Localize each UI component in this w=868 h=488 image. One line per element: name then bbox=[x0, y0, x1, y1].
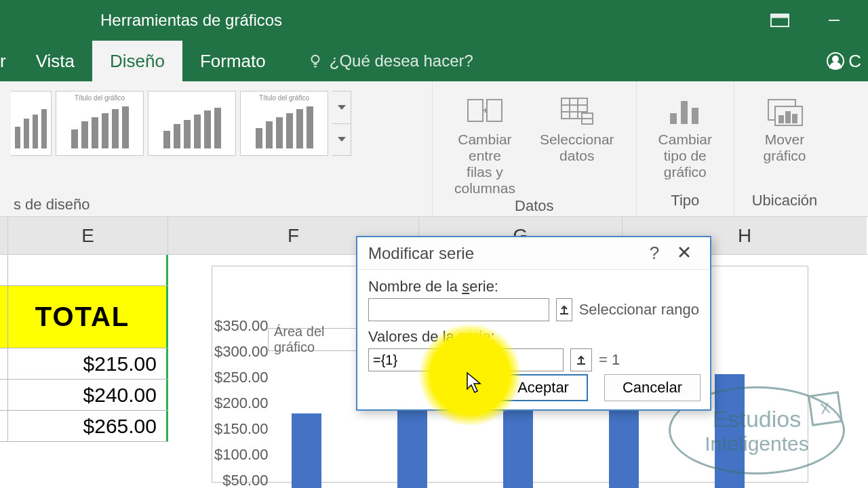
titlebar-context: Herramientas de gráficos bbox=[100, 11, 282, 30]
svg-rect-5 bbox=[487, 100, 502, 121]
user-icon bbox=[827, 52, 844, 70]
chevron-down-icon bbox=[338, 137, 346, 142]
ribbon: Título del gráfico Título del gráfico s … bbox=[0, 81, 868, 217]
cell-total-header[interactable]: TOTAL bbox=[8, 286, 168, 348]
tell-me-box[interactable]: ¿Qué desea hacer? bbox=[283, 41, 473, 81]
move-chart-icon bbox=[766, 95, 804, 127]
group-label-type: Tipo bbox=[671, 192, 699, 212]
switch-rowcol-icon bbox=[466, 95, 504, 127]
select-data-button[interactable]: Seleccionar datos bbox=[528, 87, 627, 197]
tab-formato[interactable]: Formato bbox=[182, 41, 283, 81]
tab-partial-left[interactable]: r bbox=[0, 41, 18, 81]
group-label-location: Ubicación bbox=[752, 192, 818, 212]
minimize-icon[interactable] bbox=[821, 10, 848, 30]
ok-button[interactable]: Aceptar bbox=[498, 374, 588, 401]
table-row: $265.00 bbox=[0, 411, 168, 442]
ribbon-group-data: Cambiar entre filas y columnas Seleccion… bbox=[433, 81, 637, 216]
watermark-badge: X bbox=[808, 391, 843, 426]
series-values-input[interactable] bbox=[368, 348, 564, 371]
change-chart-type-button[interactable]: Cambiar tipo de gráfico bbox=[646, 87, 724, 180]
group-label-data: Datos bbox=[515, 197, 553, 218]
ribbon-tabs: r Vista Diseño Formato ¿Qué desea hacer?… bbox=[0, 41, 868, 81]
table-row bbox=[0, 255, 168, 286]
chart-bar[interactable] bbox=[292, 413, 321, 488]
cell[interactable] bbox=[8, 255, 168, 285]
share-partial: C bbox=[848, 51, 861, 72]
svg-rect-19 bbox=[577, 363, 585, 365]
svg-rect-13 bbox=[779, 116, 783, 123]
svg-rect-15 bbox=[793, 115, 797, 123]
group-label-styles: s de diseño bbox=[11, 196, 90, 216]
table-row: TOTAL bbox=[0, 286, 168, 348]
svg-rect-14 bbox=[786, 112, 790, 123]
table-row: $240.00 bbox=[0, 380, 168, 411]
series-name-input[interactable] bbox=[368, 298, 549, 321]
collapse-dialog-icon bbox=[576, 354, 587, 365]
svg-rect-4 bbox=[468, 100, 483, 121]
chart-style-thumb[interactable]: Título del gráfico bbox=[56, 91, 144, 156]
lightbulb-icon bbox=[308, 54, 323, 68]
edit-series-dialog: Modificar serie ? Nombre de la serie: Se… bbox=[356, 236, 711, 411]
tell-me-placeholder: ¿Qué desea hacer? bbox=[330, 52, 473, 70]
table-row: $215.00 bbox=[0, 348, 168, 380]
move-chart-button[interactable]: Mover gráfico bbox=[744, 87, 825, 164]
ribbon-group-chart-styles: Título del gráfico Título del gráfico s … bbox=[0, 81, 433, 216]
change-chart-type-icon bbox=[666, 95, 704, 127]
account-area[interactable]: C bbox=[827, 41, 861, 81]
cancel-button[interactable]: Cancelar bbox=[604, 374, 701, 401]
chart-y-axis-labels: $350.00 $300.00 $250.00 $200.00 $150.00 … bbox=[214, 317, 269, 488]
series-values-hint: = 1 bbox=[599, 351, 620, 369]
ribbon-group-location: Mover gráfico Ubicación bbox=[734, 81, 835, 216]
svg-rect-18 bbox=[560, 313, 568, 314]
gallery-more-button[interactable] bbox=[332, 91, 351, 156]
svg-rect-1 bbox=[771, 14, 789, 18]
series-name-hint: Seleccionar rango bbox=[579, 301, 699, 319]
select-data-icon bbox=[558, 95, 596, 127]
dialog-close-button[interactable] bbox=[669, 243, 699, 264]
column-header[interactable] bbox=[0, 217, 8, 254]
dialog-help-button[interactable]: ? bbox=[639, 243, 669, 264]
column-header-E[interactable]: E bbox=[8, 217, 168, 254]
cell[interactable]: $215.00 bbox=[8, 348, 168, 379]
ribbon-group-type: Cambiar tipo de gráfico Tipo bbox=[637, 81, 734, 216]
titlebar: Herramientas de gráficos bbox=[0, 0, 868, 41]
series-values-label: Valores de la serie: bbox=[368, 328, 699, 346]
collapse-dialog-icon bbox=[559, 304, 570, 315]
tab-vista[interactable]: Vista bbox=[18, 41, 92, 81]
range-picker-button[interactable] bbox=[556, 298, 572, 321]
range-picker-button[interactable] bbox=[570, 348, 592, 371]
svg-rect-9 bbox=[681, 101, 688, 124]
cell[interactable]: $265.00 bbox=[8, 411, 168, 441]
close-icon bbox=[677, 245, 691, 259]
tab-diseno[interactable]: Diseño bbox=[92, 41, 182, 81]
svg-rect-10 bbox=[692, 108, 698, 124]
svg-rect-8 bbox=[670, 113, 677, 124]
svg-point-3 bbox=[311, 56, 319, 63]
series-name-label: Nombre de la serie: bbox=[368, 278, 699, 296]
chevron-down-icon bbox=[338, 105, 346, 110]
dialog-titlebar: Modificar serie ? bbox=[357, 237, 710, 270]
switch-row-column-button[interactable]: Cambiar entre filas y columnas bbox=[442, 87, 528, 197]
window-controls bbox=[766, 0, 868, 41]
chart-styles-gallery[interactable]: Título del gráfico Título del gráfico bbox=[11, 81, 351, 156]
dialog-title: Modificar serie bbox=[368, 244, 474, 263]
chart-style-thumb[interactable] bbox=[148, 91, 236, 156]
cell[interactable]: $240.00 bbox=[8, 380, 168, 410]
ribbon-display-options-icon[interactable] bbox=[766, 10, 793, 30]
cells-column-E: TOTAL $215.00 $240.00 $265.00 bbox=[0, 255, 168, 442]
chart-style-thumb[interactable]: Título del gráfico bbox=[240, 91, 328, 156]
chart-style-thumb[interactable] bbox=[11, 91, 52, 156]
